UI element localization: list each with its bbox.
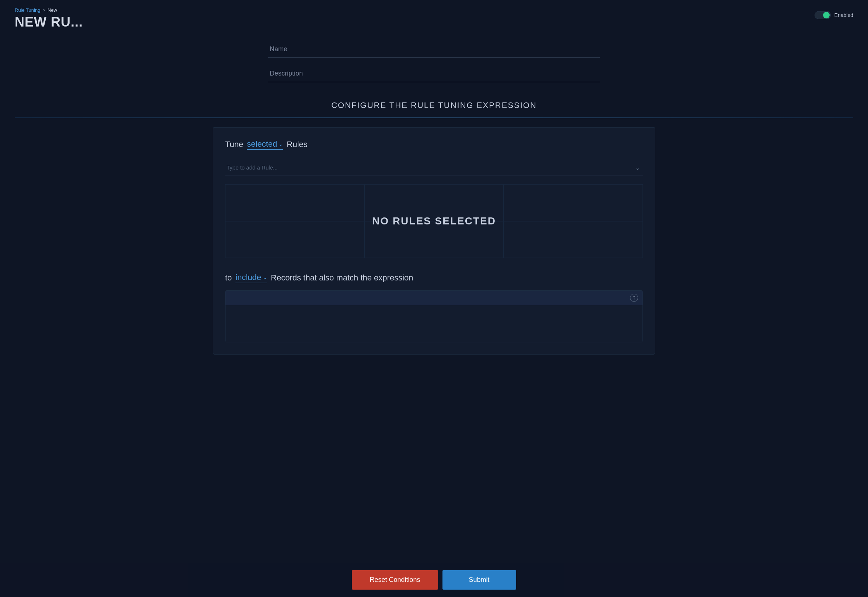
left-header: Rule Tuning > New NEW RU... xyxy=(15,7,83,30)
section-divider xyxy=(15,117,853,118)
toggle-knob xyxy=(823,12,830,18)
bg-cell-3 xyxy=(504,184,643,221)
enabled-toggle[interactable] xyxy=(815,11,831,19)
rule-search-input[interactable] xyxy=(225,160,643,175)
expression-area: ? xyxy=(225,290,643,342)
page-title: NEW RU... xyxy=(15,14,83,30)
header-area: Rule Tuning > New NEW RU... Enabled xyxy=(15,7,853,30)
breadcrumb-parent[interactable]: Rule Tuning xyxy=(15,7,40,13)
description-input[interactable] xyxy=(268,65,600,82)
rule-input-container: ⌄ xyxy=(225,160,643,175)
page-container: Rule Tuning > New NEW RU... Enabled CONF… xyxy=(0,0,868,597)
bg-cell-4 xyxy=(225,221,364,258)
tune-suffix: Rules xyxy=(286,140,307,149)
include-chevron-icon: ⌄ xyxy=(263,275,267,281)
form-section xyxy=(268,41,600,89)
to-prefix: to xyxy=(225,273,232,283)
include-dropdown-value: include xyxy=(236,273,261,282)
to-row: to include ⌄ Records that also match the… xyxy=(225,273,643,283)
section-title: CONFIGURE THE RULE TUNING EXPRESSION xyxy=(15,101,853,110)
submit-button[interactable]: Submit xyxy=(442,570,516,590)
tune-row: Tune selected ⌄ Rules xyxy=(225,139,643,150)
to-suffix: Records that also match the expression xyxy=(271,273,413,283)
no-rules-area: NO RULES SELECTED xyxy=(225,184,643,258)
tune-prefix: Tune xyxy=(225,140,243,149)
toggle-label: Enabled xyxy=(834,12,853,18)
breadcrumb: Rule Tuning > New xyxy=(15,7,83,13)
no-rules-text: NO RULES SELECTED xyxy=(372,215,496,227)
help-icon[interactable]: ? xyxy=(630,294,638,302)
bg-cell-6 xyxy=(504,221,643,258)
tune-dropdown-value: selected xyxy=(247,139,277,149)
include-dropdown[interactable]: include ⌄ xyxy=(236,273,267,283)
tune-dropdown[interactable]: selected ⌄ xyxy=(247,139,283,150)
rule-input-chevron-icon: ⌄ xyxy=(635,164,640,171)
bottom-bar: Reset Conditions Submit xyxy=(0,563,868,597)
expression-editor[interactable] xyxy=(226,305,642,342)
tune-chevron-icon: ⌄ xyxy=(279,141,283,147)
breadcrumb-current: New xyxy=(47,7,57,13)
config-panel: Tune selected ⌄ Rules ⌄ NO RULES SELECTE… xyxy=(213,127,655,355)
expression-header: ? xyxy=(226,291,642,305)
reset-conditions-button[interactable]: Reset Conditions xyxy=(352,570,438,590)
bg-cell-1 xyxy=(225,184,364,221)
name-input[interactable] xyxy=(268,41,600,58)
breadcrumb-separator: > xyxy=(42,7,45,13)
toggle-area: Enabled xyxy=(815,7,853,19)
